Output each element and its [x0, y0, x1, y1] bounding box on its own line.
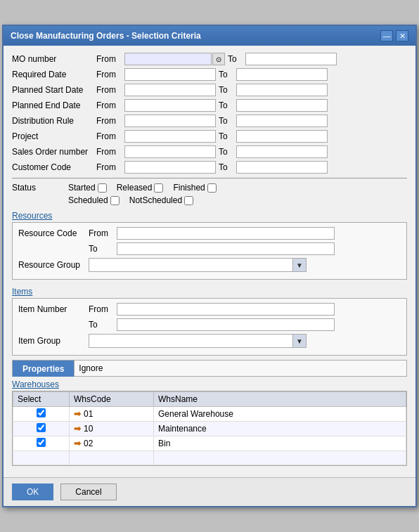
dr-from-label: From: [96, 116, 124, 126]
col-whs-name: WhsName: [154, 392, 406, 407]
proj-from-label: From: [96, 131, 124, 141]
item-number-from-row: Item Number From: [18, 303, 401, 316]
planned-end-date-row: Planned End Date From To: [12, 99, 407, 112]
resource-group-row: Resource Group ▼: [18, 258, 401, 272]
item-group-input[interactable]: [89, 334, 307, 348]
col-select: Select: [13, 392, 70, 407]
resource-code-to-input[interactable]: [117, 242, 335, 255]
warehouses-link[interactable]: Warehouses: [12, 379, 59, 389]
tab-bar-area: Properties Ignore: [12, 360, 407, 377]
minimize-button[interactable]: —: [380, 30, 393, 41]
resource-group-dropdown-wrap: ▼: [89, 258, 307, 272]
required-date-to-input[interactable]: [236, 68, 328, 81]
table-row: ➡01General Warehouse: [13, 407, 406, 422]
resource-group-input[interactable]: [89, 258, 307, 272]
bottom-bar: OK Cancel: [4, 477, 415, 506]
customer-code-label: Customer Code: [12, 162, 96, 172]
wh-name-cell: Maintenance: [154, 422, 406, 436]
sales-order-to-input[interactable]: [236, 145, 328, 158]
mo-lookup-icon[interactable]: ⊙: [212, 53, 225, 65]
scheduled-checkbox[interactable]: [110, 196, 120, 205]
status-finished-item: Finished: [173, 183, 216, 193]
item-number-to-input[interactable]: [117, 318, 335, 331]
arrow-icon: ➡: [74, 439, 81, 448]
items-link[interactable]: Items: [12, 287, 32, 297]
resource-group-dropdown-arrow[interactable]: ▼: [292, 258, 307, 272]
ps-to-label: To: [219, 85, 236, 95]
planned-start-to-input[interactable]: [236, 84, 328, 96]
arrow-icon: ➡: [74, 424, 81, 434]
status-label: Status: [12, 183, 68, 193]
item-group-dropdown-wrap: ▼: [89, 334, 307, 348]
distribution-rule-from-input[interactable]: [124, 115, 216, 127]
released-checkbox[interactable]: [154, 183, 163, 193]
items-section: Item Number From To Item Group ▼: [12, 298, 407, 356]
req-to-label: To: [219, 70, 236, 79]
required-date-from-input[interactable]: [124, 68, 216, 81]
so-from-label: From: [96, 147, 124, 157]
planned-end-to-input[interactable]: [236, 99, 328, 112]
customer-code-from-input[interactable]: [124, 161, 216, 174]
close-button[interactable]: ✕: [396, 30, 408, 41]
wh-checkbox-0[interactable]: [37, 408, 46, 417]
released-label: Released: [117, 183, 153, 193]
started-label: Started: [68, 183, 96, 193]
tab-properties[interactable]: Properties: [12, 360, 75, 377]
started-checkbox[interactable]: [98, 183, 107, 193]
sales-order-from-input[interactable]: [124, 145, 216, 158]
cc-from-label: From: [96, 162, 124, 172]
mo-number-from-input[interactable]: [124, 53, 212, 65]
mo-number-to-input[interactable]: [245, 53, 337, 65]
status-started-item: Started: [68, 183, 107, 193]
planned-start-label: Planned Start Date: [12, 85, 96, 95]
dialog-container: Close Manufacturing Orders - Selection C…: [2, 25, 417, 507]
item-from-label: From: [89, 304, 117, 314]
wh-code-cell: ➡02: [70, 436, 154, 451]
wh-name-cell: Bin: [154, 436, 406, 451]
scheduled-label: Scheduled: [68, 195, 108, 205]
project-from-input[interactable]: [124, 130, 216, 143]
warehouses-table-wrap: Select WhsCode WhsName ➡01General Wareho…: [12, 391, 407, 466]
customer-code-row: Customer Code From To: [12, 161, 407, 174]
wh-checkbox-1[interactable]: [37, 423, 46, 432]
planned-end-label: Planned End Date: [12, 100, 96, 110]
item-to-label: To: [89, 320, 117, 330]
distribution-rule-to-input[interactable]: [236, 115, 328, 127]
project-row: Project From To: [12, 130, 407, 143]
status-scheduled-item: Scheduled: [68, 195, 120, 205]
planned-end-from-input[interactable]: [124, 99, 216, 112]
pe-from-label: From: [96, 100, 124, 110]
resources-link[interactable]: Resources: [12, 211, 52, 221]
project-to-input[interactable]: [236, 130, 328, 143]
dr-to-label: To: [219, 116, 236, 126]
warehouses-section: Warehouses Select WhsCode WhsName ➡01Gen…: [12, 377, 407, 466]
resource-code-from-row: Resource Code From: [18, 227, 401, 240]
customer-code-to-input[interactable]: [236, 161, 328, 174]
item-group-row: Item Group ▼: [18, 334, 401, 348]
ok-button[interactable]: OK: [12, 484, 53, 500]
cancel-button[interactable]: Cancel: [60, 484, 116, 500]
warehouses-table: Select WhsCode WhsName ➡01General Wareho…: [13, 391, 406, 465]
notscheduled-checkbox[interactable]: [184, 196, 193, 205]
item-number-from-input[interactable]: [117, 303, 335, 316]
finished-checkbox[interactable]: [207, 183, 217, 193]
table-empty-row: [13, 451, 406, 465]
distribution-rule-label: Distribution Rule: [12, 116, 96, 126]
resource-code-from-input[interactable]: [117, 227, 335, 240]
status-released-item: Released: [117, 183, 164, 193]
wh-checkbox-2[interactable]: [37, 438, 46, 447]
item-group-dropdown-arrow[interactable]: ▼: [292, 334, 307, 348]
planned-start-from-input[interactable]: [124, 84, 216, 96]
distribution-rule-row: Distribution Rule From To: [12, 115, 407, 127]
mo-from-wrap: ⊙: [124, 53, 225, 65]
pe-to-label: To: [219, 100, 236, 110]
ignore-tab-label: Ignore: [79, 363, 103, 373]
mo-to-label: To: [228, 54, 245, 64]
title-bar-controls: — ✕: [380, 30, 408, 41]
item-number-to-row: To: [18, 318, 401, 331]
sales-order-label: Sales Order number: [12, 147, 96, 157]
arrow-icon: ➡: [74, 409, 81, 419]
project-label: Project: [12, 131, 96, 141]
ps-from-label: From: [96, 85, 124, 95]
table-row: ➡10Maintenance: [13, 422, 406, 436]
